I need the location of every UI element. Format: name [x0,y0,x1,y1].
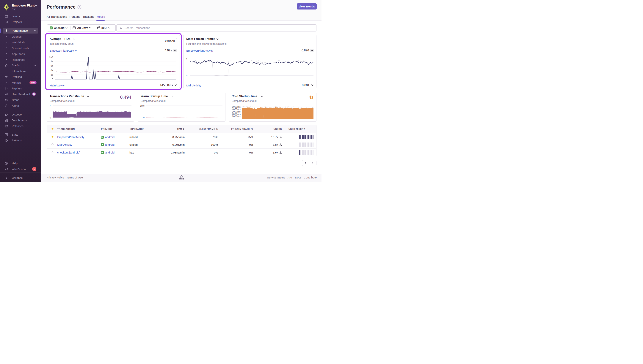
svg-text:?: ? [79,6,80,8]
